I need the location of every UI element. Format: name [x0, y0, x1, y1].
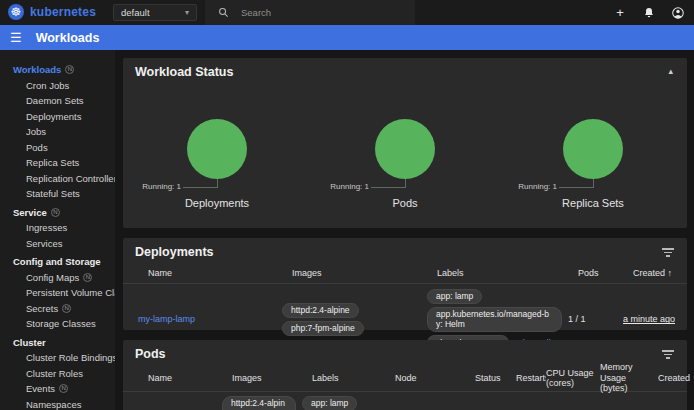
pie-callout-label: Running: 1 — [142, 182, 181, 191]
col-header-created[interactable]: Created ↑ — [633, 268, 687, 278]
callout-line — [183, 187, 217, 188]
sidebar-item-deployments[interactable]: Deployments — [0, 109, 115, 125]
deployments-header-row: Name Images Labels Pods Created ↑ — [123, 263, 687, 283]
pie-running-segment — [563, 119, 623, 179]
namespaced-badge-icon: N — [51, 208, 60, 217]
sidebar-item-persistent-volume-claims[interactable]: Persistent Volume Claims N — [0, 285, 115, 301]
col-header-name[interactable]: Name — [148, 268, 292, 278]
pods-card: Pods Name Images Labels Node Status Rest… — [123, 340, 687, 410]
sidebar-item-cluster-roles[interactable]: Cluster Roles — [0, 366, 115, 382]
sidebar-item-stateful-sets[interactable]: Stateful Sets — [0, 186, 115, 202]
status-charts: Running: 1 Deployments Running: 1 Pods R… — [123, 85, 687, 225]
create-resource-button[interactable]: + — [612, 5, 628, 21]
image-chip: httpd:2.4-alpine — [222, 396, 296, 410]
deployments-title: Deployments — [123, 238, 687, 263]
namespaced-badge-icon: N — [83, 273, 92, 282]
pod-row[interactable]: my-lamp-lamp-5fd985cf68-jwvz4 httpd:2.4-… — [123, 392, 687, 410]
menu-icon[interactable]: ☰ — [10, 30, 22, 45]
workload-status-title: Workload Status — [123, 58, 687, 83]
page-title: Workloads — [36, 31, 100, 45]
account-button[interactable] — [670, 5, 686, 21]
filter-icon[interactable] — [662, 248, 674, 259]
replica-sets-pie-chart: Running: 1 Replica Sets — [499, 85, 687, 225]
pods-pie-chart: Running: 1 Pods — [311, 85, 499, 225]
deployments-pie-chart: Running: 1 Deployments — [123, 85, 311, 225]
col-header-labels[interactable]: Labels — [437, 268, 578, 278]
topbar-actions: + — [612, 0, 694, 25]
pie-running-segment — [187, 119, 247, 179]
col-header-status[interactable]: Status — [475, 373, 516, 383]
sidebar-item-storage-classes[interactable]: Storage Classes — [0, 316, 115, 332]
namespaced-badge-icon: N — [62, 304, 71, 313]
sidebar-item-jobs[interactable]: Jobs — [0, 124, 115, 140]
namespace-value: default — [121, 7, 150, 18]
deployment-name-link[interactable]: my-lamp-lamp — [138, 314, 282, 324]
namespaced-badge-icon: N — [59, 384, 68, 393]
col-header-images[interactable]: Images — [232, 373, 312, 383]
main-content: Workload Status ▴ Running: 1 Deployments… — [115, 50, 694, 410]
pie-callout-label: Running: 1 — [330, 182, 369, 191]
label-chip: app: lamp — [427, 289, 482, 304]
workload-status-card: Workload Status ▴ Running: 1 Deployments… — [123, 58, 687, 228]
namespace-selector[interactable]: default ▾ — [113, 4, 197, 21]
sidebar-item-replica-sets[interactable]: Replica Sets — [0, 155, 115, 171]
collapse-icon[interactable]: ▴ — [668, 66, 673, 76]
pods-header-row: Name Images Labels Node Status Restarts … — [123, 365, 687, 391]
chevron-down-icon: ▾ — [185, 8, 189, 17]
app-bar: ☰ Workloads — [0, 25, 694, 50]
sidebar-item-cluster-role-bindings[interactable]: Cluster Role Bindings — [0, 350, 115, 366]
sidebar-item-daemon-sets[interactable]: Daemon Sets — [0, 93, 115, 109]
col-header-node[interactable]: Node — [395, 373, 475, 383]
chart-title: Replica Sets — [499, 197, 687, 209]
image-chip: httpd:2.4-alpine — [282, 303, 359, 318]
deployment-images: httpd:2.4-alpine php:7-fpm-alpine — [282, 301, 427, 337]
callout-line — [217, 179, 218, 188]
sort-up-icon: ↑ — [668, 268, 673, 278]
deployment-pods-count: 1 / 1 — [568, 314, 623, 324]
pods-title: Pods — [123, 340, 687, 365]
kubernetes-dashboard: ☸ kubernetes default ▾ + — [0, 0, 694, 410]
col-header-pods[interactable]: Pods — [578, 268, 633, 278]
col-header-created[interactable]: Created ↑ — [658, 373, 694, 383]
callout-line — [371, 187, 405, 188]
col-header-restarts[interactable]: Restarts — [516, 373, 546, 383]
created-time-link[interactable]: a minute ago — [623, 314, 675, 324]
sidebar-item-config-maps[interactable]: Config Maps N — [0, 270, 115, 286]
callout-line — [593, 179, 594, 188]
col-header-images[interactable]: Images — [292, 268, 437, 278]
sidebar-item-cron-jobs[interactable]: Cron Jobs — [0, 78, 115, 94]
deployments-card: Deployments Name Images Labels Pods Crea… — [123, 238, 687, 330]
sidebar-item-namespaces[interactable]: Namespaces — [0, 397, 115, 410]
kubernetes-logo[interactable]: ☸ kubernetes — [8, 4, 96, 20]
label-chip: app.kubernetes.io/managed-by: Helm — [427, 307, 562, 332]
sidebar-item-services[interactable]: Services — [0, 236, 115, 252]
kubernetes-helm-icon: ☸ — [8, 4, 24, 20]
col-header-labels[interactable]: Labels — [312, 373, 395, 383]
sidebar-section-config-and-storage: Config and Storage — [0, 254, 115, 270]
sidebar-item-service[interactable]: Service N — [0, 205, 115, 221]
top-bar: ☸ kubernetes default ▾ + — [0, 0, 694, 25]
image-chip: php:7-fpm-alpine — [282, 321, 364, 336]
namespaced-badge-icon: N — [65, 65, 74, 74]
sidebar-item-events[interactable]: Events N — [0, 381, 115, 397]
user-icon — [671, 6, 685, 20]
pod-images: httpd:2.4-alpine php:7-fpm-alpine — [222, 394, 302, 410]
sidebar-section-cluster: Cluster — [0, 335, 115, 351]
sidebar-item-workloads[interactable]: Workloads N — [0, 62, 115, 78]
pie-running-segment — [375, 119, 435, 179]
col-header-name[interactable]: Name — [148, 373, 232, 383]
pie-callout-label: Running: 1 — [518, 182, 557, 191]
bell-icon — [643, 7, 655, 19]
sidebar-item-secrets[interactable]: Secrets N — [0, 301, 115, 317]
sidebar-item-ingresses[interactable]: Ingresses — [0, 220, 115, 236]
search-input[interactable] — [241, 7, 391, 18]
sidebar-item-pods[interactable]: Pods — [0, 140, 115, 156]
search-icon — [218, 7, 229, 18]
notifications-button[interactable] — [641, 5, 657, 21]
col-header-cpu[interactable]: CPU Usage (cores) — [546, 368, 600, 389]
callout-line — [559, 187, 593, 188]
sidebar-item-replication-controllers[interactable]: Replication Controllers — [0, 171, 115, 187]
filter-icon[interactable] — [662, 350, 674, 361]
col-header-memory[interactable]: Memory Usage (bytes) — [600, 362, 658, 393]
sidebar-nav: Workloads N Cron Jobs Daemon Sets Deploy… — [0, 50, 115, 410]
